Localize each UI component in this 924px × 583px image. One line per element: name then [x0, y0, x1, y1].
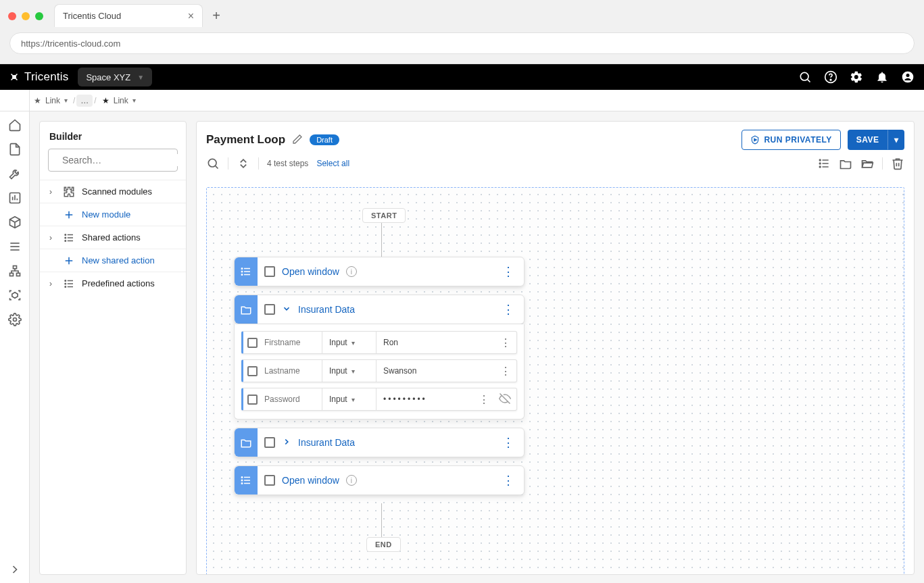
field-menu-icon[interactable]: ⋮	[500, 365, 511, 378]
breadcrumb-link-1[interactable]: ★ Link ▾	[30, 96, 72, 105]
rail-wrench-icon[interactable]	[7, 166, 23, 182]
search-icon[interactable]	[797, 69, 813, 85]
step-handle-icon[interactable]	[235, 466, 258, 495]
help-icon[interactable]	[823, 69, 839, 85]
chevron-down-icon: ▾	[894, 135, 899, 145]
rail-document-icon[interactable]	[7, 141, 23, 157]
step-menu-icon[interactable]: ⋮	[500, 435, 517, 450]
notifications-icon[interactable]	[874, 69, 890, 85]
window-controls	[5, 12, 50, 27]
rail-home-icon[interactable]	[7, 117, 23, 133]
toolbar-steps-icon[interactable]	[817, 157, 831, 170]
builder-title: Builder	[40, 122, 186, 149]
field-row-password[interactable]: Password Input▾ ••••••••• ⋮	[241, 388, 517, 411]
breadcrumb-link-2[interactable]: ★ Link ▾	[98, 96, 140, 105]
save-button[interactable]: SAVE	[848, 130, 888, 150]
select-all-link[interactable]: Select all	[316, 159, 349, 168]
browser-tab-active[interactable]: Tricentis Cloud ×	[54, 4, 203, 27]
rail-sitemap-icon[interactable]	[7, 263, 23, 279]
rail-gear-icon[interactable]	[7, 311, 23, 328]
space-picker-label: Space XYZ	[86, 72, 130, 82]
account-icon[interactable]	[900, 69, 916, 85]
minimize-window-dot[interactable]	[22, 12, 30, 20]
field-value[interactable]: Ron	[383, 338, 493, 347]
toolbar-folder-icon[interactable]	[839, 157, 852, 170]
close-window-dot[interactable]	[8, 12, 16, 20]
field-row-lastname[interactable]: Lastname Input▾ Swanson ⋮	[241, 359, 517, 382]
list-steps-icon	[63, 232, 75, 244]
field-type-select[interactable]: Input▾	[329, 360, 376, 382]
builder-row-shared-actions[interactable]: › Shared actions	[40, 226, 186, 249]
builder-search[interactable]	[48, 149, 178, 172]
field-menu-icon[interactable]: ⋮	[500, 336, 511, 349]
flow-end-chip: END	[366, 537, 401, 552]
plus-icon	[63, 209, 75, 221]
step-menu-icon[interactable]: ⋮	[500, 473, 517, 488]
chevron-right-icon: ›	[49, 279, 56, 288]
maximize-window-dot[interactable]	[35, 12, 43, 20]
builder-row-new-shared-action[interactable]: New shared action	[40, 249, 186, 272]
svg-point-43	[819, 163, 821, 164]
close-tab-icon[interactable]: ×	[188, 10, 194, 22]
toolbar-search-icon[interactable]	[206, 157, 220, 170]
svg-point-48	[241, 268, 243, 270]
svg-line-2	[808, 80, 810, 82]
field-value[interactable]: Swanson	[383, 366, 493, 376]
step-checkbox[interactable]	[264, 304, 275, 315]
step-menu-icon[interactable]: ⋮	[500, 264, 517, 279]
rail-list-icon[interactable]	[7, 238, 23, 255]
chevron-right-icon: ›	[49, 187, 56, 197]
svg-point-57	[241, 483, 243, 484]
visibility-off-icon[interactable]	[499, 392, 511, 407]
field-checkbox[interactable]	[247, 395, 258, 405]
step-handle-icon[interactable]	[235, 257, 258, 286]
flow-step-insurant-data-collapsed[interactable]: Insurant Data ⋮	[234, 428, 525, 457]
field-type-select[interactable]: Input▾	[329, 388, 376, 410]
star-outline-icon: ★	[34, 96, 41, 105]
breadcrumb-bar: ★ Link ▾ / … / ★ Link ▾	[0, 90, 924, 111]
step-handle-folder-icon[interactable]	[235, 295, 258, 324]
field-value-masked[interactable]: •••••••••	[383, 395, 472, 404]
field-row-firstname[interactable]: Firstname Input▾ Ron ⋮	[241, 331, 517, 354]
list-steps-icon	[63, 278, 75, 290]
field-menu-icon[interactable]: ⋮	[479, 393, 489, 406]
rail-cube-icon[interactable]	[7, 214, 23, 230]
info-icon[interactable]: i	[346, 266, 357, 277]
svg-point-4	[830, 79, 831, 80]
toolbar-expand-collapse-icon[interactable]	[237, 157, 250, 170]
builder-row-scanned-modules[interactable]: › Scanned modules	[40, 180, 186, 203]
flow-step-open-window-2[interactable]: Open window i ⋮	[234, 465, 525, 495]
step-handle-folder-icon[interactable]	[235, 428, 258, 457]
rail-expand-icon[interactable]	[7, 561, 23, 578]
rail-scan-cube-icon[interactable]	[7, 287, 23, 303]
space-picker[interactable]: Space XYZ ▼	[78, 68, 152, 86]
chevron-down-icon[interactable]	[282, 304, 291, 315]
edit-title-icon[interactable]	[292, 134, 303, 147]
rail-chart-icon[interactable]	[7, 190, 23, 206]
step-checkbox[interactable]	[264, 437, 275, 448]
step-checkbox[interactable]	[264, 266, 275, 277]
address-bar[interactable]	[9, 32, 915, 54]
builder-row-new-module[interactable]: New module	[40, 203, 186, 226]
breadcrumb-ellipsis[interactable]: …	[76, 95, 93, 107]
run-privately-button[interactable]: RUN PRIVATELY	[741, 130, 840, 150]
flow-canvas[interactable]: START Open window i ⋮	[206, 187, 904, 574]
field-name: Password	[264, 388, 322, 410]
info-icon[interactable]: i	[346, 475, 357, 486]
settings-gear-icon[interactable]	[848, 69, 865, 85]
field-checkbox[interactable]	[247, 366, 258, 376]
field-checkbox[interactable]	[247, 338, 258, 348]
flow-step-insurant-data-expanded[interactable]: Insurant Data ⋮	[234, 295, 525, 324]
chevron-right-icon[interactable]	[282, 437, 291, 449]
builder-search-input[interactable]	[61, 154, 182, 166]
builder-row-predefined-actions[interactable]: › Predefined actions	[40, 272, 186, 295]
step-menu-icon[interactable]: ⋮	[500, 302, 517, 317]
step-checkbox[interactable]	[264, 475, 275, 486]
toolbar-folder-open-icon[interactable]	[860, 157, 874, 170]
toolbar-delete-icon[interactable]	[891, 157, 904, 170]
field-type-select[interactable]: Input▾	[329, 332, 376, 353]
save-caret-button[interactable]: ▾	[888, 130, 905, 150]
flow-step-open-window-1[interactable]: Open window i ⋮	[234, 257, 525, 286]
svg-point-42	[819, 159, 821, 161]
new-tab-button[interactable]: +	[207, 6, 226, 25]
